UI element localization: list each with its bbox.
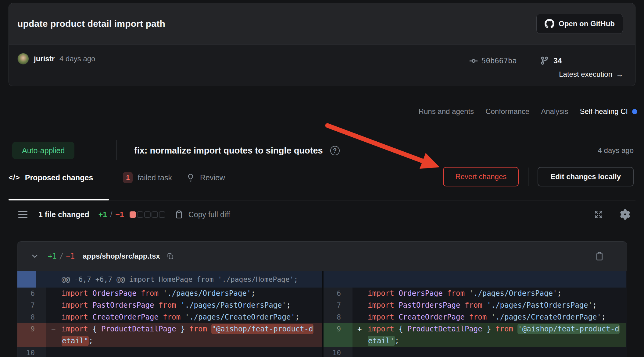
tab-self-healing-ci[interactable]: Self-healing CI	[580, 107, 637, 116]
workspace-nav-tabs: Runs and agents Conformance Analysis Sel…	[419, 107, 637, 116]
commit-card-body: juristr 4 days ago 50b667ba 34 Latest ex…	[9, 44, 635, 86]
notification-dot	[632, 109, 637, 114]
copy-path-icon[interactable]	[166, 252, 174, 260]
revert-changes-button[interactable]: Revert changes	[443, 167, 519, 186]
diff-pane-modified: 6import OrdersPage from './pages/OrdersP…	[322, 271, 626, 357]
tab-analysis[interactable]: Analysis	[541, 107, 568, 116]
diff-block	[137, 211, 143, 218]
latest-execution-link[interactable]: Latest execution →	[559, 70, 623, 79]
commit-time: 4 days ago	[59, 55, 95, 63]
diff-block	[152, 211, 158, 218]
copy-full-diff-label: Copy full diff	[188, 210, 230, 219]
deletions-count: −1	[115, 210, 124, 219]
tab-proposed-changes[interactable]: </> Proposed changes	[9, 166, 109, 189]
line-number: 7	[324, 299, 352, 311]
line-number: 10	[17, 347, 46, 357]
line-number	[324, 271, 352, 288]
diff-panes: @@ -6,7 +6,7 @@ import HomePage from './…	[17, 271, 627, 357]
clipboard-icon	[174, 210, 184, 219]
open-on-github-button[interactable]: Open on GitHub	[536, 14, 623, 34]
files-changed-label: 1 file changed	[38, 210, 89, 219]
lightbulb-icon	[186, 173, 195, 182]
diff-hunk-header	[324, 271, 626, 288]
copy-full-diff-button[interactable]: Copy full diff	[174, 210, 230, 219]
additions-count: +1	[98, 210, 107, 219]
commit-card-header: update product detail import path Open o…	[9, 3, 635, 44]
diff-block	[144, 211, 151, 218]
edit-changes-locally-button[interactable]: Edit changes locally	[538, 167, 634, 186]
line-number: 7	[17, 299, 46, 311]
slash: /	[59, 252, 63, 260]
code-icon: </>	[9, 173, 20, 182]
line-number: 8	[324, 311, 352, 323]
github-icon	[545, 19, 554, 29]
commit-sha-group[interactable]: 50b667ba	[469, 57, 517, 65]
tab-review[interactable]: Review	[186, 166, 225, 189]
line-number: 8	[17, 311, 46, 323]
pr-group[interactable]: 34	[540, 56, 562, 65]
line-number: 10	[324, 347, 352, 357]
commit-author: juristr	[34, 55, 55, 63]
file-path: apps/shop/src/app.tsx	[83, 252, 160, 260]
diff-stats: +1 / −1	[98, 210, 124, 219]
line-number: 9	[324, 323, 352, 347]
diff-line: 6import OrdersPage from './pages/OrdersP…	[324, 288, 626, 299]
page-title: update product detail import path	[17, 19, 165, 29]
tab-failed-task-label: failed task	[138, 173, 172, 182]
commit-author-row: juristr 4 days ago	[17, 53, 95, 65]
chevron-down-icon[interactable]	[30, 252, 39, 261]
auto-applied-badge: Auto-applied	[12, 142, 74, 159]
file-additions: +1	[48, 252, 57, 260]
diff-hunk-header: @@ -6,7 +6,7 @@ import HomePage from './…	[17, 271, 322, 288]
commit-card: update product detail import path Open o…	[9, 3, 635, 86]
commit-icon	[469, 57, 478, 65]
fix-actions: Revert changes Edit changes locally	[443, 167, 634, 186]
file-list-menu-icon[interactable]	[18, 211, 27, 218]
divider	[116, 140, 116, 160]
fix-time: 4 days ago	[598, 140, 634, 161]
diff-block	[159, 211, 165, 218]
diff-line: 8import CreateOrderPage from './pages/Cr…	[324, 311, 626, 323]
tab-conformance[interactable]: Conformance	[485, 107, 529, 116]
diff-line: 6import OrdersPage from './pages/OrdersP…	[17, 288, 322, 299]
diff-card: +1 / −1 apps/shop/src/app.tsx @@ -6,7 +6…	[17, 241, 627, 357]
diff-line: 9−import { ProductDetailPage } from "@ai…	[17, 323, 322, 347]
file-header: +1 / −1 apps/shop/src/app.tsx	[17, 242, 627, 271]
diff-pane-original: @@ -6,7 +6,7 @@ import HomePage from './…	[17, 271, 322, 357]
open-on-github-label: Open on GitHub	[559, 19, 615, 28]
diff-block	[130, 211, 136, 218]
tab-self-healing-ci-label: Self-healing CI	[580, 107, 628, 116]
arrow-right-icon: →	[616, 70, 623, 79]
help-icon[interactable]: ?	[330, 146, 340, 155]
failed-count-badge: 1	[123, 172, 133, 183]
tab-runs-and-agents[interactable]: Runs and agents	[419, 107, 474, 116]
gear-icon[interactable]	[620, 209, 630, 220]
tab-review-label: Review	[200, 173, 225, 182]
tab-proposed-changes-label: Proposed changes	[25, 173, 93, 182]
avatar	[17, 53, 29, 65]
diff-toolbar: 1 file changed +1 / −1 Copy full diff	[17, 207, 630, 222]
slash: /	[110, 210, 112, 219]
diff-line: 10	[17, 347, 322, 357]
tab-failed-task[interactable]: 1 failed task	[123, 166, 172, 189]
fix-title: fix: normalize import quotes to single q…	[134, 146, 323, 156]
expand-fullscreen-icon[interactable]	[594, 210, 603, 219]
copy-file-diff-icon[interactable]	[595, 251, 604, 261]
latest-execution-label: Latest execution	[559, 70, 612, 79]
file-diff-stats: +1 / −1	[48, 252, 75, 260]
divider	[528, 168, 528, 186]
line-number	[17, 271, 46, 288]
diff-line: 10	[324, 347, 626, 357]
diff-blocks-meter	[130, 211, 165, 218]
branch-icon	[540, 56, 549, 65]
diff-line: 7import PastOrdersPage from './pages/Pas…	[17, 299, 322, 311]
diff-line: 7import PastOrdersPage from './pages/Pas…	[324, 299, 626, 311]
diff-line: 8import CreateOrderPage from './pages/Cr…	[17, 311, 322, 323]
fix-tabs-row: </> Proposed changes 1 failed task Revie…	[9, 166, 635, 200]
line-number: 9	[17, 323, 46, 347]
pr-number: 34	[553, 56, 562, 65]
commit-sha: 50b667ba	[481, 57, 517, 65]
line-number: 6	[17, 288, 46, 299]
fix-header: Auto-applied fix: normalize import quote…	[9, 140, 635, 161]
file-deletions: −1	[66, 252, 75, 260]
